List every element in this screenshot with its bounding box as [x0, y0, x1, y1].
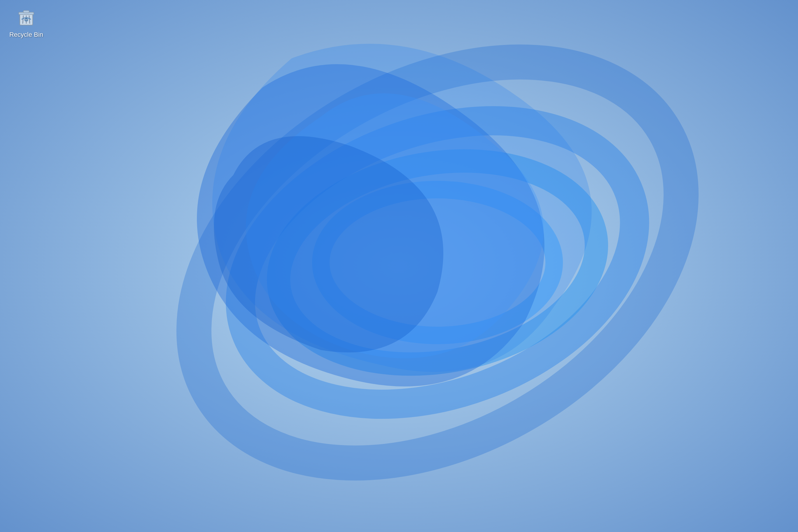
- svg-point-3: [262, 137, 612, 388]
- svg-point-2: [201, 70, 674, 456]
- svg-rect-11: [23, 11, 29, 13]
- recycle-bin-icon[interactable]: ♻ Recycle Bin: [3, 3, 50, 41]
- svg-point-1: [123, 0, 753, 532]
- svg-text:♻: ♻: [24, 17, 28, 23]
- svg-point-4: [321, 190, 554, 336]
- desktop: ♻ Recycle Bin Pinned All apps ›: [0, 0, 798, 532]
- svg-rect-0: [0, 0, 798, 532]
- recycle-bin-label: Recycle Bin: [5, 31, 47, 38]
- recycle-bin-image: ♻: [15, 5, 38, 28]
